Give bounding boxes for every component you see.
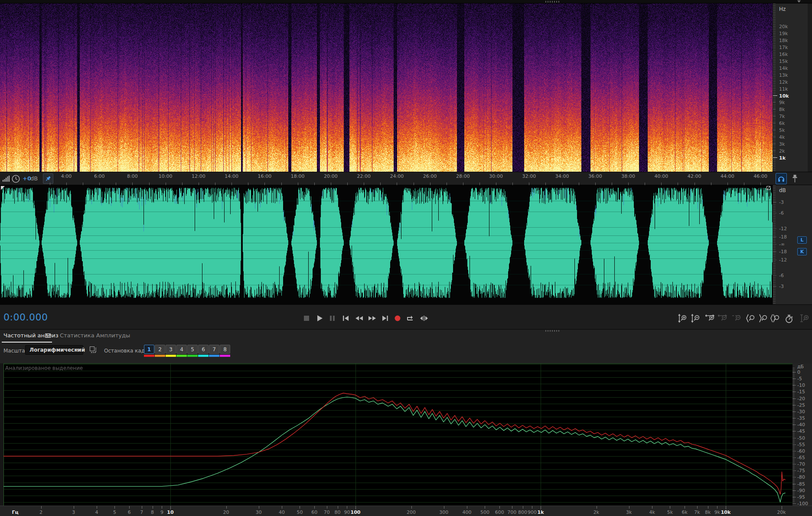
zoom-in-horizontal-button[interactable] <box>704 313 716 324</box>
hold-frame-button-4[interactable]: 4 <box>176 345 187 354</box>
plot-freq-label-20k: 20k <box>777 509 786 515</box>
plot-freq-label-40: 40 <box>279 509 285 515</box>
amplitude-scale-ruler[interactable]: dB LK -3-3-6-6-12-12-18-18-∞ <box>773 185 812 304</box>
plot-freq-label-1k: 1k <box>538 509 544 515</box>
panel-grip-dots[interactable] <box>545 1 560 3</box>
plot-freq-tick <box>717 506 717 509</box>
hz-label-16k: 16k <box>779 52 788 57</box>
channel-button-K[interactable]: K <box>797 248 807 255</box>
hz-label-15k: 15k <box>779 59 788 64</box>
skip-selection-button[interactable] <box>418 313 430 324</box>
panel-corner-grip-right[interactable] <box>766 186 770 190</box>
zoom-in-vertical-button[interactable] <box>676 313 688 324</box>
go-to-start-button[interactable] <box>339 313 352 324</box>
plot-freq-tick <box>467 506 467 509</box>
timeline-label: 26:00 <box>423 173 437 179</box>
fast-forward-button[interactable] <box>366 313 378 324</box>
timeline-label: 42:00 <box>688 173 701 179</box>
timeline-label: 32:00 <box>522 173 536 179</box>
timeline-label: 16:00 <box>258 173 272 179</box>
timeline-label: 10:00 <box>159 173 173 179</box>
plot-freq-tick <box>499 506 500 509</box>
plot-freq-label-700: 700 <box>507 509 516 515</box>
plot-db-tick <box>792 385 796 385</box>
go-to-end-button[interactable] <box>379 313 391 324</box>
scrollbar-up-arrow[interactable] <box>797 0 801 3</box>
stop-button[interactable] <box>300 313 313 324</box>
db-label: -12 <box>779 258 787 262</box>
frequency-plot-canvas[interactable] <box>3 363 792 506</box>
plot-db-tick <box>792 372 796 372</box>
timed-record-button[interactable] <box>783 313 795 324</box>
scale-dropdown[interactable]: Логарифмический <box>25 345 83 355</box>
hz-tick <box>773 123 776 123</box>
timeline-label: 22:00 <box>357 173 371 179</box>
timeline-label: 4:00 <box>61 173 72 179</box>
hold-frame-button-7[interactable]: 7 <box>209 345 219 354</box>
timeline-ruler[interactable]: 4:006:008:0010:0012:0014:0016:0018:0020:… <box>0 172 773 186</box>
plot-db-label: -25 <box>797 403 805 408</box>
hz-tick <box>773 116 776 116</box>
db-tick <box>773 202 776 202</box>
timeline-label: 6:00 <box>94 173 105 179</box>
hold-frame-button-5[interactable]: 5 <box>187 345 198 354</box>
zoom-out-point-button[interactable] <box>757 313 769 324</box>
plot-db-label: 0 <box>797 370 800 375</box>
audio-editor-window: Hz 20k19k18k17k16k15k14k13k12k11k10k9k8k… <box>0 0 812 516</box>
hold-frame-button-3[interactable]: 3 <box>166 345 176 354</box>
hz-tick <box>773 137 776 137</box>
zoom-full-button[interactable] <box>798 313 810 324</box>
panel-menu-icon[interactable] <box>45 333 51 338</box>
plot-freq-tick-major <box>541 506 541 509</box>
rewind-button[interactable] <box>353 313 365 324</box>
plot-frequency-axis[interactable]: Гц23456789102030405060708090100200300400… <box>0 506 812 516</box>
plot-freq-label-10: 10 <box>167 509 173 515</box>
plot-freq-label-400: 400 <box>463 509 472 515</box>
zoom-out-vertical-button[interactable] <box>689 313 701 324</box>
waveform-canvas[interactable] <box>0 185 773 304</box>
monitor-headphones-button[interactable] <box>776 173 787 184</box>
plot-freq-label-900: 900 <box>528 509 537 515</box>
plot-freq-label-300: 300 <box>439 509 448 515</box>
loop-playback-button[interactable] <box>404 313 416 324</box>
pin-panel-icon[interactable] <box>790 173 799 184</box>
plot-freq-label-10k: 10k <box>721 509 731 515</box>
plot-freq-tick <box>629 506 629 509</box>
plot-db-axis[interactable]: дБ 0-5-10-15-20-25-30-35-40-45-50-55-60-… <box>792 363 812 506</box>
channel-button-L[interactable]: L <box>797 236 807 244</box>
zoom-selection-button[interactable] <box>769 313 781 324</box>
hold-frame-button-6[interactable]: 6 <box>198 345 209 354</box>
panel-corner-grip[interactable] <box>1 186 5 190</box>
chevron-down-icon <box>76 349 80 351</box>
plot-freq-label-7: 7 <box>140 509 143 515</box>
plot-db-tick <box>792 470 796 471</box>
pause-button[interactable] <box>326 313 338 324</box>
plot-freq-tick <box>532 506 532 509</box>
frequency-scale-ruler[interactable]: Hz 20k19k18k17k16k15k14k13k12k11k10k9k8k… <box>773 3 808 172</box>
zoom-in-point-button[interactable] <box>744 313 756 324</box>
tab-amplitude-statistics[interactable]: Статистика Амплитуды <box>60 332 130 339</box>
hold-frame-button-1[interactable]: 1 <box>144 345 154 354</box>
zoom-reset-button[interactable] <box>730 313 742 324</box>
hold-frame-button-8[interactable]: 8 <box>220 345 230 354</box>
hz-label-4k: 4k <box>779 135 785 140</box>
hz-tick <box>773 144 776 144</box>
panel-grip-dots[interactable] <box>545 330 560 332</box>
plot-db-label: -15 <box>797 389 805 394</box>
playhead-time-display[interactable]: 0:00.000 <box>3 312 48 323</box>
hz-tick <box>773 95 777 96</box>
plot-freq-label-8: 8 <box>151 509 154 515</box>
plot-db-label: -90 <box>797 488 805 493</box>
vertical-scrollbar[interactable] <box>808 3 812 172</box>
plot-db-label: -85 <box>797 482 805 487</box>
hold-frame-button-2[interactable]: 2 <box>155 345 165 354</box>
copy-frame-icon[interactable] <box>89 346 97 354</box>
zoom-out-horizontal-button[interactable] <box>716 313 728 324</box>
plot-db-label: -55 <box>797 442 805 447</box>
record-button[interactable] <box>391 313 404 324</box>
plot-freq-label-Гц: Гц <box>12 509 18 515</box>
hz-label-14k: 14k <box>779 66 788 71</box>
plot-freq-label-200: 200 <box>407 509 416 515</box>
play-button[interactable] <box>313 313 326 324</box>
spectrogram-canvas[interactable] <box>0 3 773 172</box>
